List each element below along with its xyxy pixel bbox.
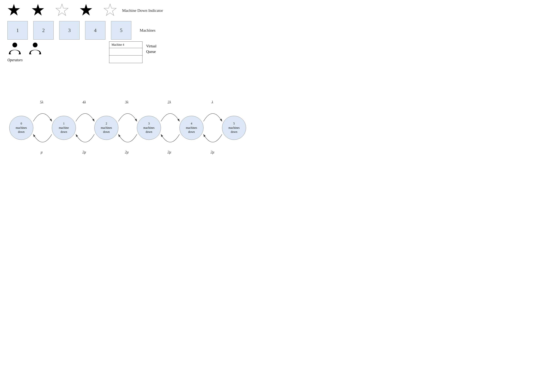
legend-area: Machine Down Indicator 1 2 3 4 5 Machine… <box>0 0 266 67</box>
machine-box-5-group: 5 Machines <box>111 21 156 40</box>
svg-text:μ: μ <box>41 150 42 154</box>
state-4-label: 4machinesdown <box>186 121 197 134</box>
machine-box-3: 3 <box>59 21 79 40</box>
state-0-label: 0machinesdown <box>16 121 27 134</box>
machine-box-5: 5 <box>111 21 131 40</box>
svg-text:2μ: 2μ <box>168 150 171 154</box>
machine-label-2: 2 <box>42 27 45 33</box>
star-legend-5-group: Machine Down Indicator <box>104 4 163 17</box>
svg-text:4λ: 4λ <box>83 100 86 104</box>
svg-point-5 <box>12 42 17 47</box>
state-2: 2machinesdown <box>94 116 118 140</box>
star-filled-icon-1 <box>7 4 20 17</box>
state-1-label: 1machinedown <box>59 121 69 134</box>
svg-text:2μ: 2μ <box>125 150 129 154</box>
svg-marker-3 <box>80 4 92 15</box>
state-5-label: 5machinesdown <box>229 121 240 134</box>
svg-text:2λ: 2λ <box>168 100 171 104</box>
state-3: 3machinesdown <box>137 116 161 140</box>
state-1: 1machinedown <box>52 116 76 140</box>
operator-icon-1 <box>7 42 22 56</box>
machine-box-4: 4 <box>85 21 105 40</box>
vq-row-2 <box>109 56 142 63</box>
operators-label: Operators <box>7 58 42 62</box>
svg-marker-0 <box>8 4 20 15</box>
svg-point-7 <box>33 42 37 47</box>
vq-header: Machine 4 <box>109 42 142 48</box>
virtual-queue-label: VirtualQueue <box>146 42 156 54</box>
state-diagram: 5λ 4λ 3λ 2λ λ μ 2μ 2μ 2μ 2μ 0machinesdow… <box>0 76 266 165</box>
operators-section: Operators <box>7 42 42 62</box>
vq-row-1 <box>109 48 142 56</box>
svg-text:5λ: 5λ <box>40 100 43 104</box>
state-4: 4machinesdown <box>179 116 204 140</box>
machine-box-1: 1 <box>7 21 28 40</box>
machine-label-5: 5 <box>120 27 122 33</box>
operator-icon-2 <box>28 42 42 56</box>
row1: Machine Down Indicator <box>7 4 259 17</box>
virtual-queue-box: Machine 4 <box>109 42 142 63</box>
machine-label-3: 3 <box>68 27 71 33</box>
machine-label-1: 1 <box>16 27 19 33</box>
machine-box-2: 2 <box>33 21 54 40</box>
svg-text:2μ: 2μ <box>82 150 86 154</box>
state-5: 5machinesdown <box>222 116 246 140</box>
svg-point-6 <box>10 50 19 55</box>
svg-text:λ: λ <box>211 100 213 104</box>
machines-row: 1 2 3 4 5 Machines <box>7 21 259 40</box>
state-2-label: 2machinesdown <box>101 121 112 134</box>
svg-marker-1 <box>32 4 44 15</box>
star-outline-icon-1 <box>56 4 68 17</box>
svg-text:2μ: 2μ <box>210 150 214 154</box>
star-legend-3 <box>56 4 68 17</box>
state-0: 0machinesdown <box>9 116 33 140</box>
star-outline-icon-2 <box>104 4 117 17</box>
virtual-queue-section: Machine 4 VirtualQueue <box>109 42 156 63</box>
svg-point-8 <box>31 50 40 55</box>
svg-marker-2 <box>56 4 68 15</box>
machine-down-indicator-label: Machine Down Indicator <box>122 8 163 13</box>
machine-label-4: 4 <box>94 27 97 33</box>
operators-icons <box>7 42 42 56</box>
star-filled-icon-3 <box>79 4 93 17</box>
vq-label-text: VirtualQueue <box>146 44 156 54</box>
machines-label: Machines <box>140 28 156 33</box>
star-legend-4 <box>79 4 93 17</box>
star-legend-1 <box>7 4 20 17</box>
svg-marker-4 <box>104 4 116 15</box>
star-legend-2 <box>32 4 44 17</box>
svg-text:3λ: 3λ <box>125 100 129 104</box>
star-filled-icon-2 <box>32 4 44 17</box>
state-3-label: 3machinesdown <box>143 121 154 134</box>
operators-vq-row: Operators Machine 4 VirtualQueue <box>7 42 259 63</box>
